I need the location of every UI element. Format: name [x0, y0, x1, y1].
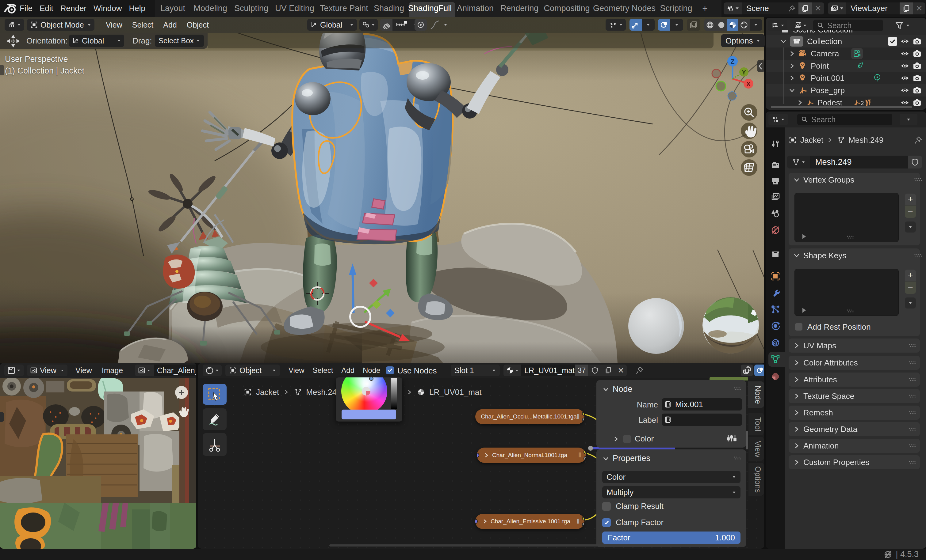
svg-text:Z: Z	[730, 57, 734, 65]
svg-text:X: X	[746, 80, 750, 87]
svg-text:Y: Y	[742, 69, 746, 75]
